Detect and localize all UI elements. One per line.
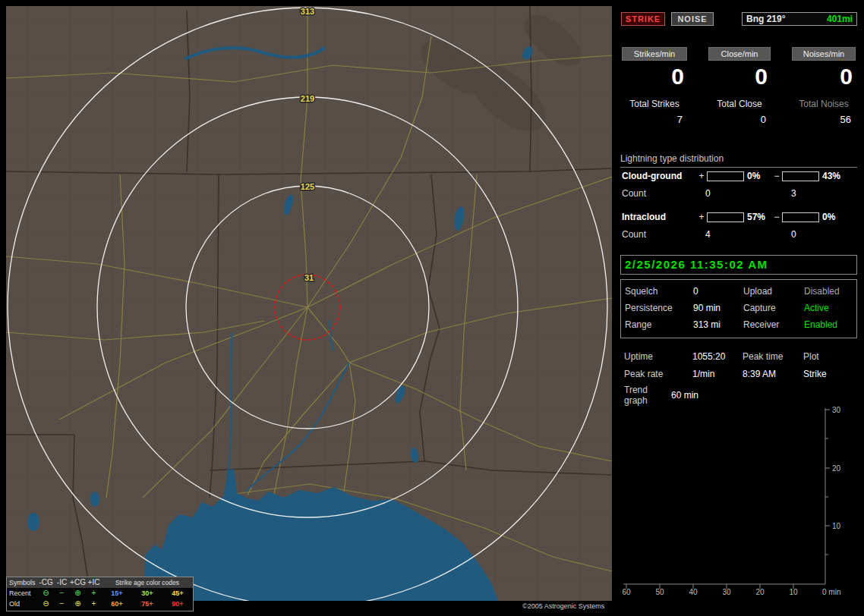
ic-negative-count: 0 — [781, 229, 796, 240]
legend-col-pos-ic: +IC — [86, 579, 102, 586]
capture-status: Active — [804, 303, 856, 313]
x-axis-tick-label: 50 — [655, 588, 664, 596]
upload-label: Upload — [743, 286, 804, 297]
legend-recent-label: Recent — [7, 589, 38, 597]
range-ring-label: 125 — [301, 182, 314, 191]
x-axis-tick-label: 30 — [722, 588, 731, 596]
age-code: 30+ — [132, 589, 162, 597]
noises-per-min-value: 0 — [792, 64, 856, 90]
plus-sign: + — [698, 212, 705, 222]
x-axis-tick-label: 20 — [755, 588, 765, 596]
uptime-label: Uptime — [624, 351, 692, 362]
y-axis-tick-label: 10 — [832, 522, 841, 530]
range-value: 313 mi — [693, 319, 743, 330]
peak-time-label: Peak time — [743, 351, 803, 362]
close-column: Close/min 0 Total Close 0 — [708, 47, 771, 125]
capture-label: Capture — [743, 303, 804, 313]
cloud-ground-count-row: Count 0 3 — [622, 188, 857, 199]
strike-button[interactable]: STRIKE — [621, 12, 665, 26]
ic-positive-pct: 57% — [746, 212, 773, 222]
legend-header-row: Symbols -CG -IC +CG +IC Strike age color… — [7, 577, 193, 588]
x-axis-tick-label: 40 — [689, 588, 698, 596]
neg-cg-symbol-icon: ⊖ — [38, 589, 54, 597]
bearing-range: 401mi — [827, 14, 853, 24]
cg-positive-bar — [707, 171, 744, 181]
total-noises-value: 56 — [792, 114, 856, 125]
close-per-min-value: 0 — [708, 64, 771, 90]
y-axis-tick-label: 20 — [832, 464, 841, 473]
distribution-title: Lightning type distribution — [620, 153, 857, 168]
count-label: Count — [622, 229, 699, 240]
squelch-value: 0 — [693, 286, 743, 297]
y-axis-tick-label: 30 — [832, 406, 841, 414]
legend-col-pos-cg: +CG — [70, 579, 86, 586]
uptime-value: 1055:20 — [692, 351, 743, 362]
peak-rate-label: Peak rate — [624, 369, 692, 379]
age-code: 15+ — [102, 589, 132, 597]
rates-section: Strikes/min 0 Total Strikes 7 Close/min … — [622, 47, 856, 125]
range-ring-label: 313 — [301, 7, 314, 16]
cloud-ground-label: Cloud-ground — [622, 171, 698, 181]
squelch-label: Squelch — [625, 286, 693, 297]
persistence-label: Persistence — [625, 303, 693, 313]
receiver-status: Enabled — [804, 319, 856, 330]
noises-column: Noises/min 0 Total Noises 56 — [792, 47, 856, 125]
age-code: 60+ — [102, 600, 132, 608]
cloud-ground-row: Cloud-ground + 0% − 43% — [622, 170, 857, 182]
age-code: 45+ — [162, 589, 193, 597]
settings-row: Range 313 mi Receiver Enabled — [625, 316, 856, 333]
bearing-readout: Bng 219° 401mi — [742, 12, 857, 26]
settings-row: Squelch 0 Upload Disabled — [625, 283, 856, 300]
neg-ic-symbol-icon: − — [54, 600, 70, 608]
total-close-value: 0 — [708, 114, 771, 125]
settings-section: Squelch 0 Upload Disabled Persistence 90… — [620, 279, 857, 338]
copyright-text: ©2005 Astrogenic Systems — [522, 602, 604, 610]
ic-negative-bar — [782, 212, 819, 222]
minus-sign: − — [773, 171, 780, 181]
pos-ic-symbol-icon: + — [86, 600, 102, 608]
range-label: Range — [625, 319, 693, 330]
intracloud-label: Intracloud — [622, 212, 698, 222]
pos-cg-symbol-icon: ⊕ — [70, 589, 86, 597]
strikes-column: Strikes/min 0 Total Strikes 7 — [622, 47, 687, 125]
x-axis-tick-label: 10 — [789, 588, 798, 596]
map-canvas[interactable]: 313 219 125 31 — [6, 6, 612, 601]
intracloud-row: Intracloud + 57% − 0% — [622, 211, 857, 223]
upload-status: Disabled — [804, 286, 856, 297]
settings-row: Persistence 90 min Capture Active — [625, 300, 856, 316]
cg-negative-pct: 43% — [821, 171, 848, 181]
total-strikes-value: 7 — [622, 114, 687, 125]
noise-button[interactable]: NOISE — [671, 12, 714, 26]
ic-positive-bar — [707, 212, 744, 222]
range-ring-label: 219 — [301, 94, 314, 103]
total-close-label: Total Close — [708, 99, 771, 109]
stats-row: Uptime 1055:20 Peak time Plot — [624, 347, 857, 365]
total-strikes-label: Total Strikes — [622, 99, 687, 109]
pos-cg-symbol-icon: ⊕ — [70, 600, 86, 608]
strikes-per-min-value: 0 — [622, 64, 687, 90]
ic-positive-count: 4 — [699, 229, 781, 240]
plot-label: Plot — [803, 351, 857, 362]
legend-col-neg-ic: -IC — [54, 579, 70, 586]
peak-time-value: 8:39 AM — [743, 369, 803, 379]
legend-old-label: Old — [7, 600, 38, 608]
side-panel: STRIKE NOISE Bng 219° 401mi Strikes/min … — [619, 6, 859, 610]
cg-positive-pct: 0% — [746, 171, 773, 181]
pos-ic-symbol-icon: + — [86, 589, 102, 597]
neg-cg-symbol-icon: ⊖ — [38, 600, 54, 608]
stats-section: Uptime 1055:20 Peak time Plot Peak rate … — [624, 347, 857, 382]
cg-negative-bar — [782, 171, 819, 181]
minus-sign: − — [773, 212, 780, 222]
legend-age-title: Strike age color codes — [102, 579, 193, 586]
datetime-display: 2/25/2026 11:35:02 AM — [620, 255, 857, 275]
cg-negative-count: 3 — [781, 188, 796, 199]
plus-sign: + — [698, 171, 705, 181]
receiver-label: Receiver — [743, 319, 804, 330]
close-per-min-label: Close/min — [708, 47, 771, 61]
app-window: 313 219 125 31 Symbols -CG -IC +CG +IC S… — [0, 0, 864, 616]
age-code: 90+ — [162, 600, 193, 608]
x-axis-tick-label: 60 — [622, 588, 631, 596]
neg-ic-symbol-icon: − — [54, 589, 70, 597]
ic-negative-pct: 0% — [821, 212, 848, 222]
legend-symbols-title: Symbols — [7, 579, 38, 586]
